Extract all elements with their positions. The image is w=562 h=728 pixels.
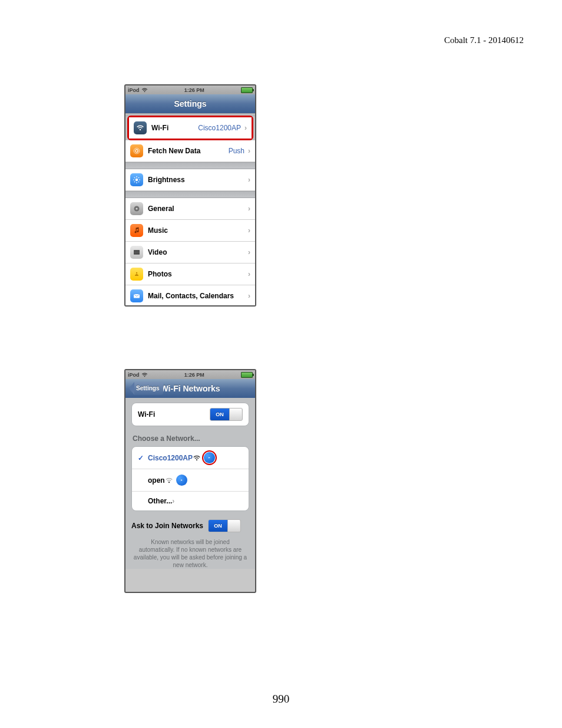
ask-to-join-label: Ask to Join Networks [131, 522, 203, 530]
device-label: iPod [128, 372, 140, 378]
device-label: iPod [128, 87, 140, 93]
wifi-status-icon [141, 88, 148, 93]
back-button[interactable]: Settings [129, 382, 163, 395]
row-mail[interactable]: Mail, Contacts, Calendars › [125, 285, 255, 307]
wifi-status-icon [141, 373, 148, 377]
row-wifi-value: Cisco1200AP [198, 124, 241, 132]
svg-point-12 [135, 207, 137, 209]
screenshot-wifi-networks: iPod 1:26 PM Settings Wi-Fi Networks Wi-… [124, 369, 256, 593]
signal-strong-icon [193, 454, 201, 461]
row-music[interactable]: Music › [125, 220, 255, 242]
wifi-toggle[interactable]: ON [210, 408, 243, 421]
svg-rect-13 [134, 251, 140, 255]
fetch-icon [130, 144, 143, 157]
checkmark-icon: ✓ [138, 454, 144, 462]
row-video[interactable]: Video › [125, 242, 255, 263]
brightness-icon [130, 173, 143, 186]
status-bar: iPod 1:26 PM [125, 370, 255, 379]
toggle-on-label: ON [209, 520, 227, 532]
doc-header: Cobalt 7.1 - 20140612 [444, 35, 524, 45]
nav-bar: Settings [125, 94, 255, 113]
row-music-label: Music [148, 226, 248, 235]
row-video-label: Video [148, 248, 248, 256]
ask-to-join-footer: Known networks will be joined automatica… [133, 538, 248, 569]
network-row-other[interactable]: Other... › [132, 491, 249, 510]
page-number: 990 [0, 693, 562, 706]
wifi-toggle-label: Wi-Fi [138, 410, 210, 419]
gear-icon [130, 202, 143, 215]
chevron-right-icon: › [248, 205, 250, 213]
screenshot-settings: iPod 1:26 PM Settings Wi-Fi Cisco1200AP … [124, 84, 256, 307]
clock: 1:26 PM [184, 87, 204, 93]
highlight-wifi-row: Wi-Fi Cisco1200AP › [127, 116, 253, 140]
chevron-right-icon: › [248, 147, 250, 155]
toggle-on-label: ON [210, 409, 229, 420]
toggle-knob [227, 520, 240, 532]
wifi-toggle-cell: Wi-Fi ON [131, 403, 249, 426]
nav-title: Wi-Fi Networks [161, 384, 220, 393]
toggle-knob [229, 409, 242, 420]
row-photos[interactable]: Photos › [125, 263, 255, 285]
svg-line-7 [134, 177, 135, 178]
row-wifi-label: Wi-Fi [151, 124, 198, 132]
chevron-right-icon: › [248, 176, 250, 184]
network-row-cisco[interactable]: ✓ Cisco1200AP [132, 447, 249, 469]
chevron-right-icon: › [248, 226, 250, 235]
svg-point-0 [135, 150, 138, 153]
network-row-open[interactable]: open [132, 469, 249, 491]
svg-line-10 [134, 182, 135, 182]
mail-icon [130, 289, 143, 302]
chevron-right-icon: › [244, 124, 247, 132]
row-photos-label: Photos [148, 270, 248, 278]
svg-rect-14 [134, 251, 140, 251]
choose-network-header: Choose a Network... [133, 434, 248, 443]
row-fetch-value: Push [229, 147, 244, 155]
row-brightness-label: Brightness [148, 176, 248, 184]
svg-line-9 [138, 177, 139, 178]
row-general[interactable]: General › [125, 198, 255, 220]
row-brightness[interactable]: Brightness › [125, 169, 255, 191]
svg-rect-15 [134, 254, 140, 255]
row-wifi[interactable]: Wi-Fi Cisco1200AP › [129, 117, 252, 139]
svg-line-8 [138, 182, 139, 182]
network-name: Other... [148, 497, 172, 505]
clock: 1:26 PM [184, 372, 204, 378]
video-icon [130, 246, 143, 259]
row-fetch-label: Fetch New Data [148, 147, 229, 155]
battery-icon [241, 87, 253, 93]
row-general-label: General [148, 205, 248, 213]
chevron-right-icon: › [248, 248, 250, 256]
ask-to-join-row: Ask to Join Networks ON [131, 519, 249, 532]
signal-weak-icon [165, 477, 173, 483]
photos-icon [130, 268, 143, 281]
svg-point-2 [135, 179, 138, 181]
svg-point-1 [134, 148, 140, 154]
network-name: open [148, 476, 165, 485]
wifi-icon [134, 121, 147, 134]
row-mail-label: Mail, Contacts, Calendars [148, 292, 248, 300]
chevron-right-icon: › [248, 270, 250, 278]
svg-point-16 [136, 272, 137, 274]
chevron-right-icon: › [172, 497, 174, 505]
network-list: ✓ Cisco1200AP open [131, 446, 249, 511]
network-detail-button[interactable] [176, 475, 187, 486]
row-fetch[interactable]: Fetch New Data Push › [125, 140, 255, 162]
network-name: Cisco1200AP [148, 454, 193, 462]
chevron-right-icon: › [248, 292, 250, 300]
music-icon [130, 224, 143, 237]
network-detail-button[interactable] [204, 452, 215, 463]
ask-to-join-toggle[interactable]: ON [208, 519, 241, 532]
nav-title: Settings [174, 99, 206, 108]
battery-icon [241, 372, 253, 378]
back-button-label: Settings [134, 382, 163, 395]
status-bar: iPod 1:26 PM [125, 85, 255, 94]
nav-bar: Settings Wi-Fi Networks [125, 379, 255, 398]
